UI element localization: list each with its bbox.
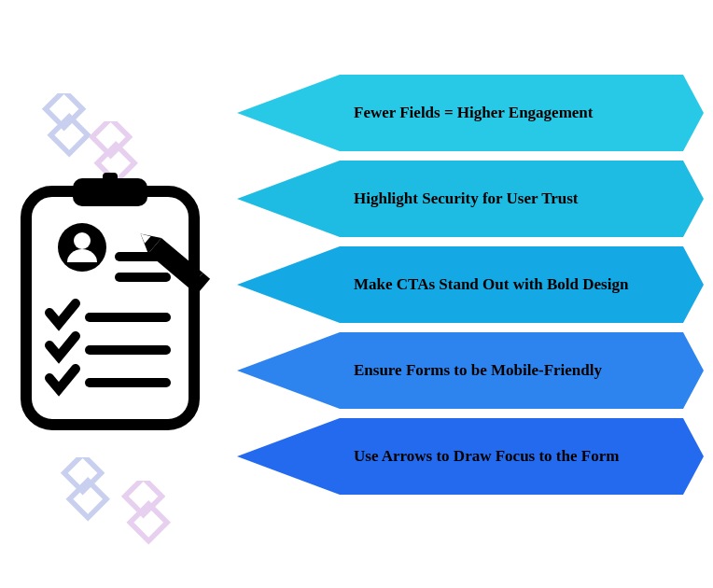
tip-arrow-1: Fewer Fields = Higher Engagement <box>237 75 704 151</box>
decorative-diamond-icon <box>51 457 117 523</box>
decorative-diamond-icon <box>112 481 177 546</box>
tip-arrow-2: Highlight Security for User Trust <box>237 161 704 237</box>
svg-point-12 <box>74 232 91 249</box>
tip-label: Highlight Security for User Trust <box>354 189 579 208</box>
svg-rect-6 <box>125 481 162 515</box>
decorative-diamond-icon <box>33 93 98 159</box>
diagram-stage: Fewer Fields = Higher Engagement Highlig… <box>0 0 713 588</box>
clipboard-form-icon <box>17 173 222 434</box>
svg-rect-0 <box>46 93 83 128</box>
tip-label: Use Arrows to Draw Focus to the Form <box>354 447 619 466</box>
svg-rect-7 <box>130 504 167 541</box>
svg-rect-1 <box>50 117 88 154</box>
tip-arrow-5: Use Arrows to Draw Focus to the Form <box>237 418 704 495</box>
svg-rect-2 <box>92 121 130 156</box>
svg-rect-10 <box>103 173 118 186</box>
tip-arrow-3: Make CTAs Stand Out with Bold Design <box>237 246 704 323</box>
tip-label: Ensure Forms to be Mobile-Friendly <box>354 361 602 380</box>
tip-label: Fewer Fields = Higher Engagement <box>354 104 593 122</box>
svg-rect-8 <box>26 191 194 425</box>
svg-rect-4 <box>64 457 102 492</box>
tip-arrow-4: Ensure Forms to be Mobile-Friendly <box>237 332 704 409</box>
tips-list: Fewer Fields = Higher Engagement Highlig… <box>237 75 704 495</box>
tip-label: Make CTAs Stand Out with Bold Design <box>354 275 628 294</box>
svg-rect-5 <box>69 481 106 518</box>
